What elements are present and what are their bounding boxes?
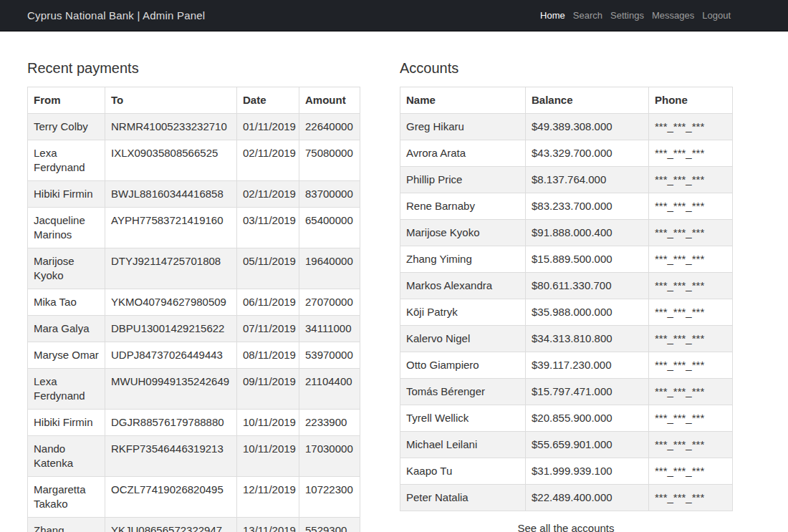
from-cell: Hibiki Firmin bbox=[28, 181, 105, 208]
phone-cell: ***_***_*** bbox=[649, 405, 733, 432]
date-cell: 10/11/2019 bbox=[237, 436, 299, 477]
phone-cell: ***_***_*** bbox=[649, 326, 733, 352]
recent-payments-panel: Recent payments From To Date Amount Terr… bbox=[27, 32, 360, 532]
name-cell: Zhang Yiming bbox=[400, 246, 526, 273]
from-cell: Hibiki Firmin bbox=[28, 410, 105, 436]
amount-cell: 83700000 bbox=[299, 181, 360, 208]
phone-cell: ***_***_*** bbox=[649, 485, 733, 511]
table-row: Hibiki FirminDGJR8857617978888010/11/201… bbox=[28, 410, 360, 436]
balance-cell: $39.117.230.000 bbox=[526, 352, 649, 379]
phone-cell: ***_***_*** bbox=[649, 114, 733, 140]
from-cell: Lexa Ferdynand bbox=[28, 140, 105, 181]
date-cell: 10/11/2019 bbox=[237, 410, 299, 436]
name-cell: Peter Natalia bbox=[400, 485, 526, 511]
table-row: Marijose KyokoDTYJ9211472570180805/11/20… bbox=[28, 248, 360, 289]
date-cell: 13/11/2019 bbox=[237, 518, 299, 532]
amount-cell: 65400000 bbox=[299, 208, 360, 248]
accounts-title: Accounts bbox=[400, 60, 732, 77]
from-cell: Margaretta Takako bbox=[28, 477, 105, 518]
table-row: Mara GalyaDBPU1300142921562207/11/201934… bbox=[28, 316, 360, 342]
amount-cell: 27070000 bbox=[299, 289, 360, 316]
phone-cell: ***_***_*** bbox=[649, 432, 733, 458]
payments-table: From To Date Amount Terry ColbyNRMR41005… bbox=[27, 87, 360, 532]
date-cell: 07/11/2019 bbox=[237, 316, 299, 342]
table-row: Marijose Kyoko$91.888.000.400***_***_*** bbox=[400, 220, 733, 246]
accounts-header-row: Name Balance Phone bbox=[400, 87, 733, 114]
date-cell: 05/11/2019 bbox=[237, 248, 299, 289]
from-cell: Mara Galya bbox=[28, 316, 105, 342]
table-row: Tyrell Wellick$20.855.900.000***_***_*** bbox=[400, 405, 733, 432]
amount-cell: 21104400 bbox=[299, 369, 360, 410]
name-cell: Kalervo Nigel bbox=[400, 326, 526, 352]
phone-cell: ***_***_*** bbox=[649, 273, 733, 299]
table-row: Nando KatenkaRKFP7354644631921310/11/201… bbox=[28, 436, 360, 477]
balance-cell: $15.889.500.000 bbox=[526, 246, 649, 273]
table-row: Hibiki FirminBWJL8816034441685802/11/201… bbox=[28, 181, 360, 208]
name-cell: Marijose Kyoko bbox=[400, 220, 526, 246]
column-header-to: To bbox=[105, 87, 237, 114]
table-row: Markos Alexandra$80.611.330.700***_***_*… bbox=[400, 273, 733, 299]
amount-cell: 34111000 bbox=[299, 316, 360, 342]
column-header-name: Name bbox=[400, 87, 526, 114]
nav-link-search[interactable]: Search bbox=[573, 10, 602, 21]
accounts-panel: Accounts Name Balance Phone Greg Hikaru$… bbox=[400, 32, 732, 532]
name-cell: Tyrell Wellick bbox=[400, 405, 526, 432]
phone-cell: ***_***_*** bbox=[649, 458, 733, 485]
name-cell: Kōji Patryk bbox=[400, 299, 526, 326]
name-cell: Avrora Arata bbox=[400, 140, 526, 167]
name-cell: Tomás Bérenger bbox=[400, 379, 526, 405]
table-row: Otto Giampiero$39.117.230.000***_***_*** bbox=[400, 352, 733, 379]
name-cell: Michael Leilani bbox=[400, 432, 526, 458]
name-cell: Markos Alexandra bbox=[400, 273, 526, 299]
amount-cell: 10722300 bbox=[299, 477, 360, 518]
amount-cell: 19640000 bbox=[299, 248, 360, 289]
table-row: Kōji Patryk$35.988.000.000***_***_*** bbox=[400, 299, 733, 326]
from-cell: Lexa Ferdynand bbox=[28, 369, 105, 410]
balance-cell: $34.313.810.800 bbox=[526, 326, 649, 352]
to-cell: IXLX09035808566525 bbox=[105, 140, 237, 181]
navbar-brand[interactable]: Cyprus National Bank | Admin Panel bbox=[27, 9, 205, 21]
balance-cell: $83.233.700.000 bbox=[526, 193, 649, 220]
navbar-links: Home Search Settings Messages Logout bbox=[540, 10, 731, 21]
table-row: Jacqueline MarinosAYPH7758372141916003/1… bbox=[28, 208, 360, 248]
to-cell: UDPJ84737026449443 bbox=[105, 342, 237, 369]
nav-link-logout[interactable]: Logout bbox=[702, 10, 731, 21]
table-row: Lexa FerdynandIXLX0903580856652502/11/20… bbox=[28, 140, 360, 181]
nav-link-settings[interactable]: Settings bbox=[610, 10, 644, 21]
balance-cell: $49.389.308.000 bbox=[526, 114, 649, 140]
name-cell: Phillip Price bbox=[400, 167, 526, 193]
name-cell: Otto Giampiero bbox=[400, 352, 526, 379]
from-cell: Mika Tao bbox=[28, 289, 105, 316]
nav-link-messages[interactable]: Messages bbox=[652, 10, 694, 21]
column-header-phone: Phone bbox=[649, 87, 733, 114]
see-all-accounts-link[interactable]: See all the accounts bbox=[517, 522, 614, 532]
from-cell: Jacqueline Marinos bbox=[28, 208, 105, 248]
table-row: Maryse OmarUDPJ8473702644944308/11/20195… bbox=[28, 342, 360, 369]
column-header-from: From bbox=[28, 87, 105, 114]
date-cell: 08/11/2019 bbox=[237, 342, 299, 369]
to-cell: DGJR88576179788880 bbox=[105, 410, 237, 436]
date-cell: 06/11/2019 bbox=[237, 289, 299, 316]
phone-cell: ***_***_*** bbox=[649, 140, 733, 167]
name-cell: Kaapo Tu bbox=[400, 458, 526, 485]
phone-cell: ***_***_*** bbox=[649, 220, 733, 246]
date-cell: 02/11/2019 bbox=[237, 181, 299, 208]
balance-cell: $43.329.700.000 bbox=[526, 140, 649, 167]
to-cell: AYPH77583721419160 bbox=[105, 208, 237, 248]
from-cell: Terry Colby bbox=[28, 114, 105, 140]
balance-cell: $80.611.330.700 bbox=[526, 273, 649, 299]
to-cell: OCZL77419026820495 bbox=[105, 477, 237, 518]
balance-cell: $20.855.900.000 bbox=[526, 405, 649, 432]
date-cell: 01/11/2019 bbox=[237, 114, 299, 140]
table-row: Phillip Price$8.137.764.000***_***_*** bbox=[400, 167, 733, 193]
top-navbar: Cyprus National Bank | Admin Panel Home … bbox=[0, 0, 788, 32]
phone-cell: ***_***_*** bbox=[649, 299, 733, 326]
table-row: Kalervo Nigel$34.313.810.800***_***_*** bbox=[400, 326, 733, 352]
amount-cell: 22640000 bbox=[299, 114, 360, 140]
nav-link-home[interactable]: Home bbox=[540, 10, 565, 21]
amount-cell: 5529300 bbox=[299, 518, 360, 532]
phone-cell: ***_***_*** bbox=[649, 246, 733, 273]
main-content: Recent payments From To Date Amount Terr… bbox=[0, 32, 788, 532]
name-cell: Rene Barnaby bbox=[400, 193, 526, 220]
balance-cell: $8.137.764.000 bbox=[526, 167, 649, 193]
